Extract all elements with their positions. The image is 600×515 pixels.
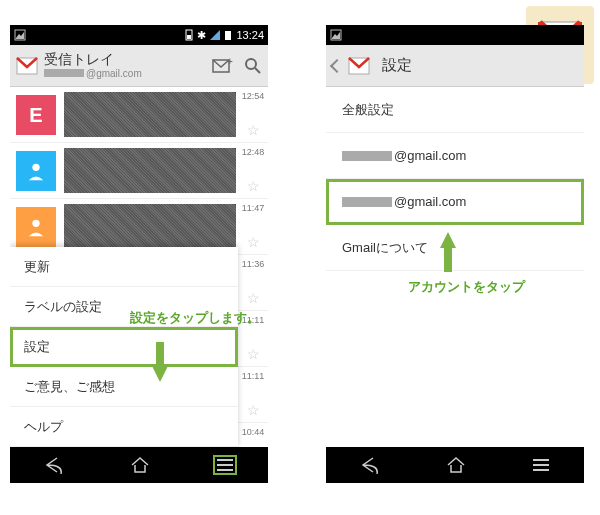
email-preview bbox=[64, 204, 236, 249]
home-icon[interactable] bbox=[446, 456, 466, 474]
redacted bbox=[342, 197, 392, 207]
star-icon[interactable]: ☆ bbox=[247, 178, 260, 194]
android-nav bbox=[10, 447, 268, 483]
email-preview bbox=[64, 148, 236, 193]
picture-icon bbox=[14, 29, 26, 41]
settings-header: 設定 bbox=[326, 45, 584, 87]
avatar bbox=[16, 151, 56, 191]
redacted bbox=[342, 151, 392, 161]
android-nav bbox=[326, 447, 584, 483]
svg-marker-2 bbox=[16, 32, 24, 39]
star-icon[interactable]: ☆ bbox=[247, 402, 260, 418]
star-icon[interactable]: ☆ bbox=[247, 346, 260, 362]
back-chevron-icon[interactable] bbox=[330, 58, 344, 72]
svg-rect-4 bbox=[187, 35, 191, 39]
compose-icon[interactable]: + bbox=[212, 57, 234, 75]
star-icon[interactable]: ☆ bbox=[247, 234, 260, 250]
search-icon[interactable] bbox=[244, 57, 262, 75]
star-icon[interactable]: ☆ bbox=[247, 290, 260, 306]
battery-icon bbox=[185, 29, 193, 41]
gmail-icon bbox=[16, 57, 38, 75]
menu-icon[interactable] bbox=[531, 457, 551, 473]
annotation-right: アカウントをタップ bbox=[408, 278, 525, 296]
svg-point-12 bbox=[32, 164, 39, 171]
menu-icon[interactable] bbox=[215, 457, 235, 473]
clock-text: 13:24 bbox=[236, 29, 264, 41]
avatar: E bbox=[16, 95, 56, 135]
svg-marker-5 bbox=[210, 30, 220, 40]
redacted-account bbox=[44, 69, 84, 77]
bluetooth-icon: ✱ bbox=[197, 29, 206, 42]
back-icon[interactable] bbox=[43, 456, 65, 474]
status-bar bbox=[326, 25, 584, 45]
svg-point-13 bbox=[32, 220, 39, 227]
svg-marker-21 bbox=[332, 32, 340, 39]
settings-title: 設定 bbox=[382, 56, 412, 75]
svg-text:+: + bbox=[227, 57, 233, 67]
avatar bbox=[16, 207, 56, 247]
overflow-menu: 更新 ラベルの設定 設定 ご意見、ご感想 ヘルプ bbox=[10, 247, 238, 447]
picture-icon bbox=[330, 29, 342, 41]
svg-rect-6 bbox=[225, 31, 231, 40]
svg-line-11 bbox=[255, 68, 260, 73]
inbox-header: 受信トレイ @gmail.com + bbox=[10, 45, 268, 87]
svg-point-10 bbox=[246, 59, 256, 69]
inbox-title[interactable]: 受信トレイ bbox=[44, 52, 212, 67]
settings-account-2[interactable]: @gmail.com bbox=[326, 179, 584, 225]
menu-refresh[interactable]: 更新 bbox=[10, 247, 238, 287]
star-icon[interactable]: ☆ bbox=[247, 122, 260, 138]
settings-list: 全般設定 @gmail.com @gmail.com Gmailについて bbox=[326, 87, 584, 447]
phone-right: 設定 全般設定 @gmail.com @gmail.com Gmailについて bbox=[326, 25, 584, 483]
status-bar: ✱ 13:24 bbox=[10, 25, 268, 45]
gmail-icon bbox=[348, 57, 370, 75]
menu-feedback[interactable]: ご意見、ご感想 bbox=[10, 367, 238, 407]
signal-icon bbox=[210, 30, 220, 40]
menu-settings[interactable]: 設定 bbox=[10, 327, 238, 367]
email-preview bbox=[64, 92, 236, 137]
annotation-left: 設定をタップします。 bbox=[130, 309, 260, 327]
battery2-icon bbox=[224, 29, 232, 41]
email-row[interactable]: 12:48☆ bbox=[10, 143, 268, 199]
back-icon[interactable] bbox=[359, 456, 381, 474]
settings-account-1[interactable]: @gmail.com bbox=[326, 133, 584, 179]
home-icon[interactable] bbox=[130, 456, 150, 474]
arrow-down-icon bbox=[152, 366, 168, 382]
inbox-content: E12:54☆ 12:48☆ 11:47☆ G11:36☆ 11:11☆ 11:… bbox=[10, 87, 268, 447]
phone-left: ✱ 13:24 受信トレイ @gmail.com + E12:54☆ 12:48… bbox=[10, 25, 268, 483]
email-row[interactable]: E12:54☆ bbox=[10, 87, 268, 143]
settings-general[interactable]: 全般設定 bbox=[326, 87, 584, 133]
menu-help[interactable]: ヘルプ bbox=[10, 407, 238, 447]
arrow-up-icon bbox=[440, 232, 456, 248]
